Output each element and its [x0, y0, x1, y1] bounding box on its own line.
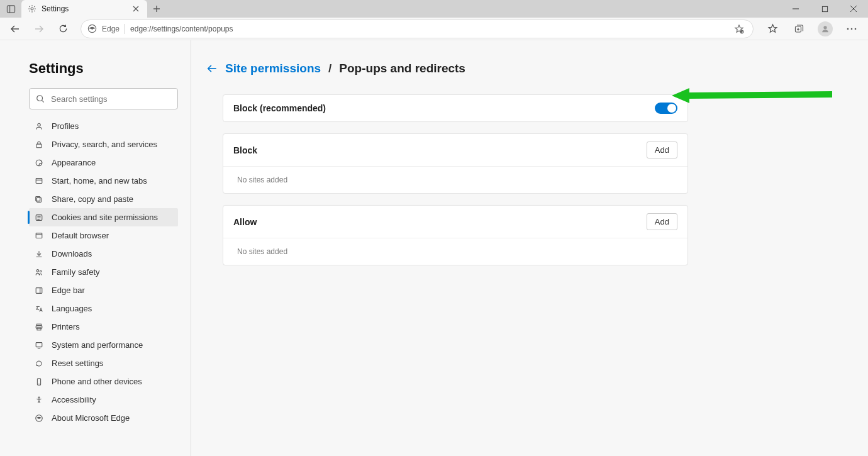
sidebar-item-profiles[interactable]: Profiles [29, 117, 178, 135]
svg-point-28 [38, 123, 40, 126]
sidebar-title: Settings [29, 60, 178, 77]
svg-marker-18 [769, 25, 777, 32]
svg-point-23 [847, 28, 849, 30]
paint-icon [34, 158, 44, 167]
vertical-tabs-button[interactable] [0, 0, 21, 18]
settings-search-input[interactable] [50, 94, 171, 104]
titlebar: Settings [0, 0, 868, 18]
sidebar-icon [34, 286, 44, 295]
svg-rect-33 [37, 197, 42, 202]
annotation-arrow [672, 83, 835, 108]
window-maximize-button[interactable] [810, 0, 839, 18]
svg-marker-57 [672, 88, 832, 103]
phone-icon [34, 377, 44, 386]
breadcrumb-link-site-permissions[interactable]: Site permissions [225, 62, 321, 75]
breadcrumb-current: Pop-ups and redirects [339, 62, 465, 75]
address-bar-brand: Edge [102, 25, 120, 33]
window-close-button[interactable] [839, 0, 868, 18]
svg-point-2 [31, 8, 33, 10]
sidebar-item-languages[interactable]: Languages [29, 299, 178, 318]
collections-button[interactable] [787, 19, 810, 39]
settings-search[interactable] [29, 88, 178, 109]
sidebar-item-system[interactable]: System and performance [29, 336, 178, 354]
sidebar-item-privacy[interactable]: Privacy, search, and services [29, 135, 178, 153]
block-list-label: Block [233, 145, 257, 155]
profile-button[interactable] [814, 19, 837, 39]
block-add-button[interactable]: Add [647, 142, 677, 158]
system-icon [34, 341, 44, 350]
gear-icon [28, 4, 36, 13]
settings-main: Site permissions / Pop-ups and redirects… [191, 40, 868, 456]
sidebar-item-label: Appearance [52, 158, 96, 167]
sidebar-item-label: Printers [52, 322, 80, 331]
allow-add-button[interactable]: Add [647, 213, 677, 230]
printer-icon [34, 323, 44, 331]
svg-rect-45 [36, 287, 42, 293]
sidebar-item-accessibility[interactable]: Accessibility [29, 391, 178, 409]
sidebar-item-appearance[interactable]: Appearance [29, 153, 178, 172]
card-block-list: Block Add No sites added [223, 133, 688, 194]
sidebar-item-default-browser[interactable]: Default browser [29, 226, 178, 245]
sidebar-item-start[interactable]: Start, home, and new tabs [29, 172, 178, 190]
sidebar-item-printers[interactable]: Printers [29, 318, 178, 336]
accessibility-icon [34, 396, 44, 404]
browser-tab-settings[interactable]: Settings [21, 0, 147, 18]
window-minimize-button[interactable] [781, 0, 810, 18]
block-recommended-label: Block (recommended) [233, 103, 326, 113]
sidebar-item-share[interactable]: Share, copy and paste [29, 190, 178, 208]
block-recommended-toggle[interactable] [655, 103, 677, 114]
svg-point-43 [36, 269, 39, 272]
sidebar-item-downloads[interactable]: Downloads [29, 245, 178, 263]
sidebar-item-phone[interactable]: Phone and other devices [29, 372, 178, 391]
card-block-recommended: Block (recommended) [223, 94, 688, 122]
forward-button[interactable] [29, 19, 49, 39]
refresh-button[interactable] [53, 19, 73, 39]
breadcrumb-separator: / [328, 62, 331, 75]
svg-point-26 [37, 96, 43, 101]
sidebar-item-reset[interactable]: Reset settings [29, 354, 178, 372]
reading-list-icon[interactable] [732, 19, 747, 39]
menu-button[interactable] [840, 19, 863, 39]
new-tab-button[interactable] [147, 0, 166, 18]
edge-logo-icon [87, 24, 97, 33]
sidebar-item-label: Profiles [52, 121, 79, 131]
address-bar-url: edge://settings/content/popups [130, 25, 726, 33]
settings-nav-list: Profiles Privacy, search, and services A… [29, 117, 178, 427]
svg-point-24 [851, 28, 853, 30]
sidebar-item-label: Accessibility [52, 395, 96, 404]
divider [125, 24, 125, 34]
profile-icon [34, 122, 44, 131]
block-list-empty: No sites added [223, 166, 687, 193]
svg-point-54 [38, 396, 40, 398]
toolbar: Edge edge://settings/content/popups [0, 18, 868, 40]
share-icon [34, 195, 44, 204]
close-tab-button[interactable] [131, 4, 141, 14]
svg-rect-29 [36, 144, 42, 148]
family-icon [34, 268, 44, 277]
address-bar[interactable]: Edge edge://settings/content/popups [81, 19, 754, 38]
card-allow-list: Allow Add No sites added [223, 205, 688, 265]
avatar-icon [818, 21, 833, 36]
sidebar-item-about[interactable]: About Microsoft Edge [29, 409, 178, 427]
language-icon [34, 304, 44, 313]
svg-rect-39 [36, 233, 42, 238]
allow-list-label: Allow [233, 217, 257, 227]
browser-icon [34, 231, 44, 240]
edge-icon [34, 414, 44, 423]
sidebar-item-family[interactable]: Family safety [29, 263, 178, 281]
sidebar-item-cookies[interactable]: Cookies and site permissions [29, 208, 178, 226]
favorites-button[interactable] [761, 19, 784, 39]
reset-icon [34, 359, 44, 368]
sidebar-item-label: Start, home, and new tabs [52, 176, 147, 186]
search-icon [36, 94, 45, 103]
sidebar-item-label: Reset settings [52, 359, 103, 368]
svg-rect-0 [7, 5, 14, 12]
back-button[interactable] [5, 19, 25, 39]
sidebar-item-label: System and performance [52, 340, 143, 350]
breadcrumb-back-button[interactable] [206, 63, 218, 74]
sidebar-item-edgebar[interactable]: Edge bar [29, 281, 178, 299]
sidebar-item-label: Cookies and site permissions [52, 213, 158, 222]
breadcrumb: Site permissions / Pop-ups and redirects [206, 62, 830, 75]
download-icon [34, 250, 44, 259]
sidebar-item-label: Family safety [52, 267, 100, 277]
